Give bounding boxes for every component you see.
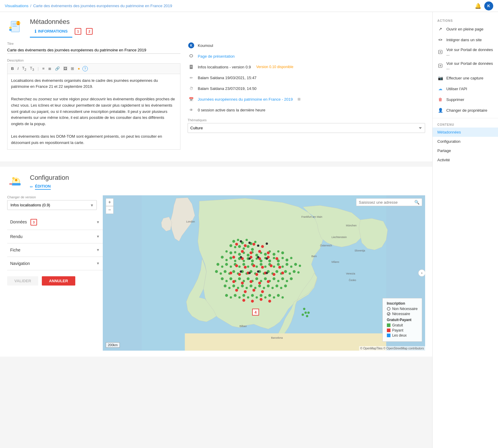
action-supprimer[interactable]: 🗑 Supprimer [433, 94, 498, 105]
svg-point-72 [286, 259, 289, 262]
svg-point-83 [256, 266, 258, 268]
portail2-icon [437, 63, 443, 69]
svg-text:Česko: Česko [349, 279, 356, 282]
action-open-fullpage[interactable]: ↗ Ouvrir en pleine page [433, 24, 498, 34]
rte-image[interactable]: 🖼 [62, 66, 68, 71]
svg-point-15 [12, 177, 15, 179]
pin-outline-icon [387, 307, 390, 311]
doc-icon [189, 65, 194, 69]
breadcrumb-visualisations[interactable]: Visualisations [5, 4, 28, 8]
map-container[interactable]: London Frankfurt am Main München Österre… [103, 195, 425, 351]
svg-rect-11 [190, 67, 192, 67]
svg-point-162 [302, 314, 304, 316]
rte-bold[interactable]: B [10, 66, 15, 71]
thematiques-select[interactable]: Culture [188, 123, 425, 133]
svg-point-142 [272, 287, 274, 289]
rte-sub[interactable]: T2 [21, 65, 27, 72]
svg-point-108 [275, 270, 278, 273]
breadcrumb-sep: / [30, 4, 31, 8]
map-search-input[interactable] [359, 200, 413, 205]
edition-tab[interactable]: ✏ ÉDITION [30, 182, 69, 190]
rte-toolbar: B I T2 T3 | ≡ ≣ 🔗 🖼 ⊞ ● ? [7, 63, 180, 74]
title-input[interactable] [7, 47, 180, 54]
svg-rect-10 [190, 66, 192, 66]
zoom-out-button[interactable]: − [106, 206, 114, 214]
svg-point-5 [17, 21, 19, 23]
annuler-button[interactable]: ANNULER [42, 276, 75, 286]
legend-inscription-title: Inscription [387, 301, 418, 306]
topbar-icons: 🔔 K [475, 1, 493, 10]
svg-point-129 [286, 280, 288, 282]
edit2-text: Balam Saldana 23/07/2019, 14:50 [198, 86, 257, 91]
accordion-navigation-header[interactable]: Navigation ▼ [7, 257, 103, 270]
action-portail1[interactable]: Voir sur Portail de données ... [433, 45, 498, 59]
contenu-title: CONTENU [433, 121, 498, 128]
thematiques-label: Thématiques [188, 118, 425, 122]
svg-point-90 [286, 263, 289, 266]
avatar: K [484, 1, 493, 10]
rte-sup[interactable]: T3 [29, 65, 35, 72]
svg-point-56 [281, 251, 284, 254]
content-area: Métadonnées ℹ INFORMATIONS 1 2 [0, 12, 432, 448]
contenu-metadonnees[interactable]: Métadonnées [433, 128, 498, 137]
action-portail2[interactable]: Voir sur Portail de données ... [433, 59, 498, 73]
page-presentation-link[interactable]: Page de présentation [198, 54, 235, 59]
version-select[interactable]: Infos localisations (0.9) [7, 200, 97, 210]
accordion-fiche-header[interactable]: Fiche ▼ [7, 243, 103, 257]
contenu-activite[interactable]: Activité [433, 155, 498, 165]
svg-point-209 [240, 256, 242, 259]
svg-text:Bern: Bern [311, 255, 317, 258]
svg-point-171 [258, 250, 261, 253]
collapse-panel-button[interactable]: › [418, 269, 425, 277]
accordion-donnees: Données 3 ▼ [7, 215, 103, 230]
version-available: Version 0.10 disponible [256, 65, 293, 69]
svg-point-58 [225, 259, 228, 261]
accordion-rendu-header[interactable]: Rendu ▼ [7, 230, 103, 243]
svg-point-211 [257, 256, 259, 259]
contenu-configuration[interactable]: Configuration [433, 137, 498, 146]
rte-emoji[interactable]: ● [76, 66, 81, 71]
config-icon [7, 173, 25, 191]
svg-point-164 [307, 312, 310, 314]
clock-icon: ⏱ [188, 85, 195, 92]
accordion-donnees-header[interactable]: Données 3 ▼ [7, 215, 103, 230]
zoom-in-button[interactable]: + [106, 198, 114, 206]
svg-point-215 [257, 271, 259, 273]
rte-help[interactable]: ? [82, 66, 88, 71]
supprimer-icon: 🗑 [437, 96, 443, 102]
version-text: Infos localisations - version 0.9 [198, 65, 251, 69]
gratuit-color [387, 323, 390, 327]
svg-point-88 [277, 263, 280, 266]
rte-link[interactable]: 🔗 [54, 66, 61, 71]
table-icon: ⊞ [298, 97, 301, 101]
action-changer[interactable]: 👤 Changer de propriétaire [433, 105, 498, 116]
tab-informations[interactable]: ℹ INFORMATIONS [30, 26, 72, 38]
action-api[interactable]: ☁ Utiliser l'API [433, 83, 498, 94]
svg-point-149 [238, 296, 241, 299]
les-deux-color [387, 334, 390, 337]
svg-text:Liechtenstein: Liechtenstein [332, 236, 347, 239]
action-capture[interactable]: 📷 Effectuer une capture [433, 73, 498, 83]
svg-point-7 [9, 27, 12, 29]
rte-ul[interactable]: ≡ [41, 66, 46, 71]
svg-point-210 [249, 257, 251, 260]
svg-point-158 [277, 294, 280, 297]
bell-icon[interactable]: 🔔 [475, 3, 481, 9]
journees-link[interactable]: Journées européennes du patrimoine en Fr… [198, 97, 293, 102]
map-attribution: © OpenMapTiles © OpenStreetMap contribut… [359, 346, 425, 351]
svg-point-201 [242, 299, 245, 302]
rte-content[interactable]: Localisations des événements organisés d… [7, 74, 180, 150]
action-integrate[interactable]: <> Intégrer dans un site [433, 34, 498, 45]
svg-rect-3 [12, 26, 17, 27]
svg-point-6 [17, 23, 20, 25]
rte-ol[interactable]: ≣ [47, 66, 53, 71]
svg-point-76 [225, 263, 228, 266]
svg-text:Österreich: Österreich [320, 244, 332, 247]
rte-table[interactable]: ⊞ [70, 66, 75, 71]
rte-italic[interactable]: I [16, 66, 20, 71]
svg-point-38 [234, 246, 236, 248]
svg-point-71 [281, 257, 284, 259]
valider-button[interactable]: VALIDER [7, 276, 38, 286]
svg-point-188 [255, 273, 258, 276]
contenu-partage[interactable]: Partage [433, 146, 498, 155]
